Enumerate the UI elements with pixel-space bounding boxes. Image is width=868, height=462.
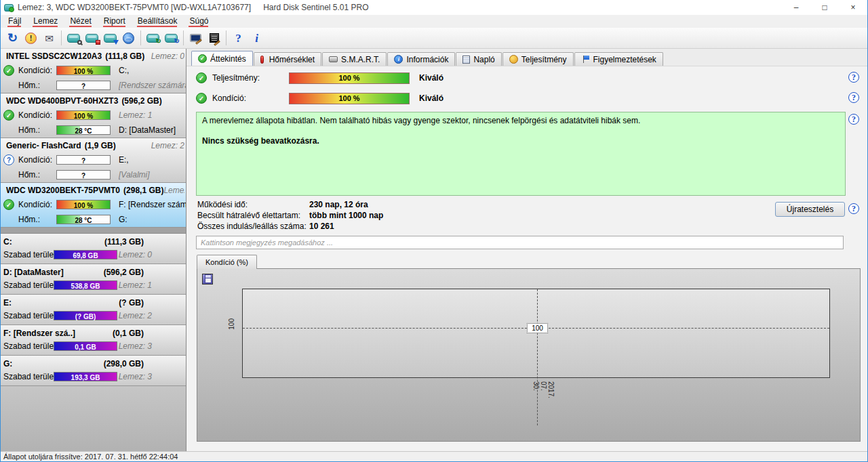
menu-report[interactable]: Riport <box>98 16 132 28</box>
disk-detect-icon[interactable] <box>64 29 83 47</box>
disk-name: INTEL SSDSC2CW120A3 <box>6 51 102 61</box>
partition-item-c[interactable]: C: (111,3 GB) Szabad terület 69,8 GB Lem… <box>1 234 186 264</box>
flag-icon <box>581 55 590 64</box>
chart-tab-condition[interactable]: Kondíció (%) <box>197 255 257 269</box>
disk-surface-test-icon[interactable] <box>83 29 101 47</box>
disk-index-label: Lemez: 3 <box>119 372 152 381</box>
send-report-mail-icon[interactable]: ✉ <box>40 29 58 47</box>
disk-index-label: Lemez: 3 <box>119 341 152 351</box>
chart-ytick: 100 <box>228 318 235 330</box>
status-ok-icon: ✓ <box>3 199 14 210</box>
window-controls: – □ × <box>782 0 867 15</box>
partition-item-f[interactable]: F: [Rendszer szá..] (0,1 GB) Szabad terü… <box>1 325 186 356</box>
status-ok-icon: ✓ <box>196 72 207 83</box>
disk-size: (1,9 GB) <box>85 141 116 150</box>
about-icon[interactable]: i <box>248 29 266 47</box>
minimize-button[interactable]: – <box>782 0 810 15</box>
partition-size: (298,0 GB) <box>104 359 144 369</box>
condition-chart-panel: 100 100 2017. 07. 30. <box>197 268 861 442</box>
status-ok-icon: ✓ <box>196 93 207 104</box>
menu-settings[interactable]: Beállítások <box>132 16 184 28</box>
tab-smart[interactable]: S.M.A.R.T. <box>322 52 387 66</box>
help-icon[interactable]: ? <box>848 203 859 214</box>
health-status-box: A merevlemez állapota hibátlan. Nem talá… <box>196 112 846 196</box>
menu-help[interactable]: Súgó <box>183 16 214 28</box>
condition-bar: 100 % <box>56 110 111 120</box>
partition-item-d[interactable]: D: [DataMaster] (596,2 GB) Szabad terüle… <box>1 264 186 295</box>
condition-label: Kondíció: <box>212 93 289 103</box>
stat-label: Összes indulás/leállás száma: <box>197 222 309 231</box>
free-space-label: Szabad terület <box>3 341 54 351</box>
menu-disk[interactable]: Lemez <box>27 16 64 28</box>
disk-item-2[interactable]: Generic- FlashCard (1,9 GB) Lemez: 2 ? K… <box>1 138 186 183</box>
performance-icon <box>509 55 518 64</box>
chart-plot-area[interactable]: 100 2017. 07. 30. <box>242 289 830 378</box>
condition-label: Kondíció: <box>18 200 56 209</box>
temperature-label: Hőm.: <box>18 81 56 90</box>
menu-view[interactable]: Nézet <box>64 16 97 28</box>
main-content: ✓Áttekintés Hőmérséklet S.M.A.R.T. iInfo… <box>186 49 867 451</box>
alerts-icon[interactable]: ! <box>22 29 40 47</box>
free-space-bar: 0,1 GB <box>54 341 117 351</box>
disk-speed-icon[interactable] <box>101 29 119 47</box>
condition-label: Kondíció: <box>18 155 56 165</box>
disk-name: WDC WD6400BPVT-60HXZT3 <box>6 96 118 106</box>
partition-name: G: <box>3 359 12 369</box>
tab-log[interactable]: Napló <box>456 52 501 66</box>
disk-size: (298,1 GB) <box>123 186 163 195</box>
help-icon[interactable]: ? <box>229 29 248 47</box>
partition-name: D: [DataMaster] <box>3 268 64 277</box>
disk-item-0[interactable]: INTEL SSDSC2CW120A3 (111,8 GB) Lemez: 0 … <box>1 49 186 93</box>
tabbar: ✓Áttekintés Hőmérséklet S.M.A.R.T. iInfo… <box>186 49 867 66</box>
retest-button[interactable]: Újratesztelés <box>775 202 845 217</box>
comment-input[interactable] <box>196 236 844 249</box>
edit-report-icon[interactable] <box>205 29 223 47</box>
condition-label: Kondíció: <box>18 66 56 75</box>
check-icon: ✓ <box>198 54 207 63</box>
performance-rating: Kiváló <box>419 73 443 83</box>
health-text: A merevlemez állapota hibátlan. Nem talá… <box>202 116 840 126</box>
menubar: Fájl Lemez Nézet Riport Beállítások Súgó <box>1 15 867 28</box>
close-button[interactable]: × <box>839 0 867 15</box>
disk-sync-1-icon[interactable]: ↻ <box>144 29 162 47</box>
save-chart-icon[interactable] <box>202 274 213 285</box>
condition-bar: 100 % <box>56 66 111 75</box>
disk-name: Generic- FlashCard <box>6 141 81 150</box>
menu-file[interactable]: Fájl <box>2 16 27 28</box>
help-icon[interactable]: ? <box>848 72 859 83</box>
tab-temperature[interactable]: Hőmérséklet <box>254 52 321 66</box>
stat-label: Becsült hátralévő élettartam: <box>197 211 309 220</box>
tab-information[interactable]: iInformációk <box>387 52 455 66</box>
disk-index-label: Lemez: 2 <box>151 141 184 150</box>
partition-name: C: <box>3 237 12 247</box>
performance-label: Teljesítmény: <box>212 73 289 83</box>
tab-alerts[interactable]: Figyelmeztetések <box>574 52 663 66</box>
disk-volume-name: [Rendszer számára <box>119 81 186 90</box>
disk-index-label: Lemez: 2 <box>119 311 152 320</box>
toolbar-separator <box>226 30 226 45</box>
stat-value: 230 nap, 12 óra <box>309 200 368 209</box>
help-icon[interactable]: ? <box>848 92 859 103</box>
partition-name: F: [Rendszer szá..] <box>3 329 75 338</box>
edit-display-icon[interactable] <box>186 29 205 47</box>
sidebar-divider <box>1 228 186 234</box>
disk-volumes: C:, <box>119 66 186 75</box>
partition-item-e[interactable]: E: (? GB) Szabad terület (? GB) Lemez: 2 <box>1 295 186 325</box>
condition-bar: ? <box>56 155 111 165</box>
disk-index-label: Lemez: 3 <box>163 186 184 195</box>
help-icon[interactable]: ? <box>848 114 859 125</box>
maximize-button[interactable]: □ <box>810 0 839 15</box>
tab-performance[interactable]: Teljesítmény <box>502 52 574 66</box>
disk-sync-2-icon[interactable]: ↻ <box>162 29 180 47</box>
app-icon <box>4 4 14 12</box>
pencil-icon <box>214 40 220 46</box>
online-www-icon[interactable] <box>119 29 138 47</box>
disk-item-1[interactable]: WDC WD6400BPVT-60HXZT3 (596,2 GB) ✓ Kond… <box>1 93 186 138</box>
tab-overview[interactable]: ✓Áttekintés <box>191 51 253 66</box>
disk-statistics: Működési idő: 230 nap, 12 óra Becsült há… <box>197 199 383 232</box>
refresh-icon[interactable]: ↻ <box>3 29 22 47</box>
titlebar: Lemez: 3, WDC WD3200BEKT-75PVMT0 [WD-WXL… <box>1 0 867 15</box>
temperature-label: Hőm.: <box>18 170 56 180</box>
partition-item-g[interactable]: G: (298,0 GB) Szabad terület 193,3 GB Le… <box>1 356 186 386</box>
disk-item-3-selected[interactable]: WDC WD3200BEKT-75PVMT0 (298,1 GB) Lemez:… <box>1 183 186 228</box>
